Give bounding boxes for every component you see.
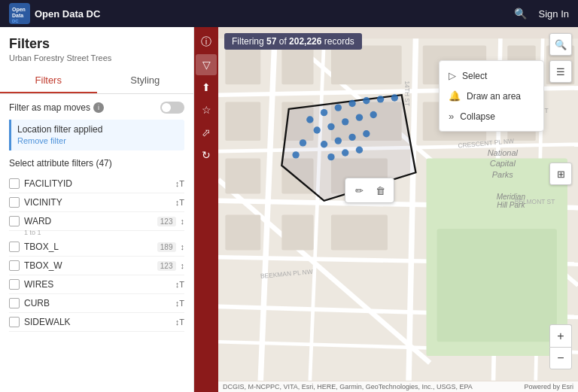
map-tool-star[interactable]: ☆ [196, 99, 217, 120]
signin-button[interactable]: Sign In [539, 8, 569, 20]
map-label-national-capital-parks: NationalCapitalParks [488, 147, 518, 180]
filter-item-vicinity: VICINITY ↕T [9, 193, 184, 212]
map-select-item-draw[interactable]: 🔔 Draw an area [440, 86, 543, 106]
attr-filters-title: Select attribute filters (47) [9, 158, 184, 169]
zoom-in-btn[interactable]: + [549, 324, 572, 347]
tab-filters[interactable]: Filters [0, 68, 97, 93]
filter-checkbox-facilityid[interactable] [9, 178, 20, 189]
map-select-item-select[interactable]: ▷ Select [440, 65, 543, 86]
map-top-bar: Filtering 57 of 202,226 records 🔍 [224, 33, 572, 56]
filter-count-text: Filtering [232, 36, 264, 47]
filter-name-facilityid: FACILITYID [24, 178, 171, 189]
filter-sort-tboxw[interactable]: ↕ [181, 261, 185, 270]
header-actions: 🔍 Sign In [514, 8, 569, 20]
app-header: Open Data DC Open Data DC 🔍 Sign In [0, 0, 578, 27]
filter-sort-curb[interactable]: ↕T [175, 299, 184, 308]
svg-rect-28 [225, 215, 260, 251]
sidebar-content: Filter as map moves i Location filter ap… [0, 94, 193, 339]
svg-rect-22 [225, 102, 260, 141]
svg-text:DC: DC [12, 19, 19, 23]
filter-name-tboxl: TBOX_L [24, 242, 153, 252]
svg-point-49 [356, 114, 363, 121]
filter-name-vicinity: VICINITY [24, 197, 171, 208]
map-tool-info[interactable]: ⓘ [196, 32, 217, 53]
filter-list: FACILITYID ↕T VICINITY ↕T WARD 123 ↕ 1 t… [9, 175, 184, 332]
svg-text:Open: Open [12, 7, 26, 13]
logo: Open Data DC Open Data DC [9, 3, 100, 24]
filter-checkbox-wires[interactable] [9, 279, 20, 290]
map-tool-share[interactable]: ⬀ [196, 122, 217, 143]
edit-pencil-btn[interactable]: ✏ [350, 181, 368, 199]
powered-by-text: Powered by Esri [524, 383, 573, 390]
svg-point-54 [363, 130, 370, 137]
filter-sort-ward[interactable]: ↕ [181, 217, 185, 226]
filter-name-curb: CURB [24, 298, 171, 308]
map-right-panel: ☰ [549, 60, 572, 83]
svg-point-46 [314, 126, 321, 133]
collapse-icon: » [449, 111, 454, 122]
map-label-meridian-hill-park: MeridianHill Park [497, 193, 525, 209]
tab-styling[interactable]: Styling [97, 68, 194, 93]
filter-item-sidewalk: SIDEWALK ↕T [9, 313, 184, 332]
svg-point-45 [391, 94, 398, 101]
filter-sort-tboxl[interactable]: ↕ [181, 242, 185, 251]
svg-point-52 [335, 137, 342, 144]
zoom-out-btn[interactable]: − [549, 347, 572, 369]
map-tool-filter[interactable]: ▽ [196, 54, 217, 75]
svg-point-41 [335, 104, 342, 111]
filter-total: 202,226 [289, 36, 321, 47]
filter-badge-tboxw: 123 [157, 261, 176, 271]
svg-point-59 [292, 151, 299, 158]
filter-name-tboxw: TBOX_W [24, 260, 153, 271]
svg-point-39 [306, 116, 313, 123]
filter-name-sidewalk: SIDEWALK [24, 317, 171, 327]
map-table-btn[interactable]: ⊞ [549, 163, 572, 185]
filter-sort-facilityid[interactable]: ↕T [175, 179, 184, 188]
svg-point-57 [356, 147, 363, 153]
filter-checkbox-tboxl[interactable] [9, 242, 20, 252]
select-arrow-icon: ▷ [449, 70, 456, 81]
sidebar-subtitle: Urban Forestry Street Trees [0, 53, 193, 68]
map-layers-btn[interactable]: ☰ [549, 60, 572, 83]
map-tool-refresh[interactable]: ↻ [196, 144, 217, 166]
svg-rect-37 [437, 229, 557, 342]
app-title: Open Data DC [35, 8, 100, 20]
map-search-btn[interactable]: 🔍 [549, 33, 572, 56]
edit-delete-btn[interactable]: 🗑 [371, 181, 389, 199]
svg-point-47 [327, 123, 334, 130]
select-label: Select [462, 71, 487, 81]
svg-point-42 [348, 100, 355, 107]
map-edit-toolbar: ✏ 🗑 [345, 178, 394, 203]
svg-point-53 [348, 134, 355, 141]
svg-point-51 [321, 141, 327, 147]
map-tool-upload[interactable]: ⬆ [196, 77, 217, 98]
map-container[interactable]: CRESCENT PL NW BEEKMAN PL NW CHAPIN ST B… [194, 27, 578, 392]
location-filter-box: Location filter applied Remove filter [9, 120, 184, 150]
filter-checkbox-vicinity[interactable] [9, 197, 20, 208]
filter-checkbox-curb[interactable] [9, 298, 20, 308]
remove-filter-link[interactable]: Remove filter [17, 136, 66, 145]
filter-checkbox-sidewalk[interactable] [9, 317, 20, 327]
sidebar-title: Filters [0, 27, 193, 53]
filter-item-facilityid: FACILITYID ↕T [9, 175, 184, 193]
svg-rect-30 [331, 215, 388, 251]
filter-map-moves-label: Filter as map moves [9, 102, 90, 113]
sidebar-tabs: Filters Styling [0, 68, 193, 94]
filter-checkbox-ward[interactable] [9, 216, 20, 226]
filter-item-curb: CURB ↕T [9, 294, 184, 313]
map-select-item-collapse[interactable]: » Collapse [440, 106, 543, 126]
header-search-icon[interactable]: 🔍 [514, 8, 527, 20]
filter-sort-wires[interactable]: ↕T [175, 280, 184, 289]
svg-text:Data: Data [12, 13, 23, 18]
filter-map-moves-toggle[interactable] [160, 102, 184, 114]
logo-icon: Open Data DC [9, 3, 30, 24]
filter-badge-tboxl: 189 [157, 242, 176, 252]
filter-item-tboxl: TBOX_L 189 ↕ [9, 238, 184, 257]
filter-sort-vicinity[interactable]: ↕T [175, 198, 184, 207]
svg-point-56 [342, 149, 348, 156]
filter-checkbox-tboxw[interactable] [9, 260, 20, 271]
svg-point-48 [342, 118, 348, 125]
filter-current: 57 [266, 36, 276, 47]
filter-item-tboxw: TBOX_W 123 ↕ [9, 257, 184, 275]
filter-sort-sidewalk[interactable]: ↕T [175, 318, 184, 327]
